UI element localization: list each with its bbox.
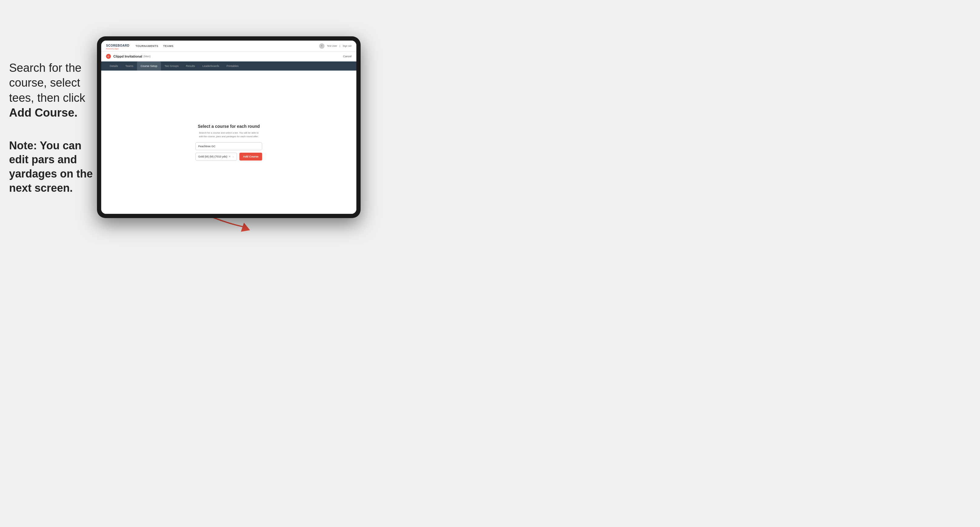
sign-out-link[interactable]: Sign out (343, 44, 352, 47)
svg-marker-0 (241, 222, 250, 232)
tab-results[interactable]: Results (183, 62, 199, 71)
tablet-screen: SCOREBOARD Powered by clippd TOURNAMENTS… (101, 41, 356, 214)
tee-select-wrapper[interactable]: Gold (M) (M) (7010 yds) ✕ ⌄ (196, 152, 237, 160)
tee-select-value: Gold (M) (M) (7010 yds) (198, 155, 229, 158)
tournament-tag: (Men) (143, 55, 151, 58)
logo-area: SCOREBOARD Powered by clippd (106, 43, 129, 50)
tab-details[interactable]: Details (106, 62, 122, 71)
course-section-heading: Select a course for each round (198, 124, 260, 129)
tab-printables[interactable]: Printables (223, 62, 242, 71)
separator: | (340, 44, 340, 47)
main-content: Select a course for each round Search fo… (101, 71, 356, 214)
top-nav: SCOREBOARD Powered by clippd TOURNAMENTS… (101, 41, 356, 51)
nav-tournaments[interactable]: TOURNAMENTS (135, 44, 158, 48)
sub-nav: Details Teams Course Setup Tee Groups Re… (101, 62, 356, 71)
tab-teams[interactable]: Teams (122, 62, 137, 71)
user-area: T Test User | Sign out (319, 43, 352, 49)
cancel-button[interactable]: Cancel (343, 55, 352, 58)
annotation-note4: next screen. (9, 182, 73, 194)
course-section-subtext: Search for a course and select a tee. Yo… (199, 131, 259, 138)
tablet-device: SCOREBOARD Powered by clippd TOURNAMENTS… (97, 37, 361, 218)
tab-course-setup[interactable]: Course Setup (137, 62, 161, 71)
course-search-input[interactable] (196, 142, 262, 150)
tee-selector-row: Gold (M) (M) (7010 yds) ✕ ⌄ Add Course (196, 152, 262, 160)
annotation-line4: Add Course. (9, 106, 78, 119)
app-logo-sub: Powered by clippd (106, 48, 129, 50)
annotation-note3: yardages on the (9, 167, 93, 180)
tournament-header: C Clippd Invitational (Men) Cancel (101, 51, 356, 62)
app-logo: SCOREBOARD (106, 44, 129, 47)
tournament-icon: C (106, 54, 111, 59)
annotation-note1: Note: You can (9, 139, 81, 152)
left-annotation: Search for the course, select tees, then… (9, 60, 94, 195)
main-nav: TOURNAMENTS TEAMS (135, 44, 173, 48)
user-name: Test User (327, 44, 337, 47)
tab-leaderboards[interactable]: Leaderboards (199, 62, 223, 71)
tournament-title: Clippd Invitational (113, 54, 142, 58)
nav-teams[interactable]: TEAMS (163, 44, 173, 48)
add-course-button[interactable]: Add Course (239, 152, 262, 160)
annotation-line3: tees, then click (9, 92, 85, 104)
annotation-note2: edit pars and (9, 153, 77, 166)
tab-tee-groups[interactable]: Tee Groups (161, 62, 183, 71)
annotation-line2: course, select (9, 76, 80, 89)
tee-chevron-icon: ⌄ (232, 155, 234, 158)
tee-clear-icon[interactable]: ✕ (229, 155, 231, 158)
user-avatar: T (319, 43, 325, 49)
annotation-line1: Search for the (9, 62, 81, 74)
